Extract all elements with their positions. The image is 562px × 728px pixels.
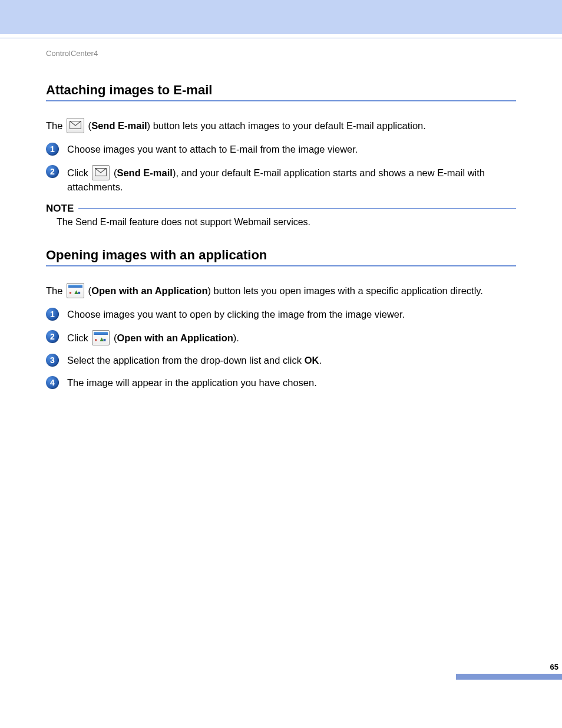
open-with-app-icon: ●▲■ xyxy=(67,283,84,298)
header-bar xyxy=(0,0,562,34)
button-name-send-email: Send E-mail xyxy=(91,120,147,131)
section-title-attach-email: Attaching images to E-mail xyxy=(46,83,516,98)
page-body: ControlCenter4 3 Attaching images to E-m… xyxy=(0,38,562,687)
step-text: Choose images you want to open by clicki… xyxy=(67,309,405,319)
intro-post: ) button lets you attach images to your … xyxy=(147,120,426,131)
step-2: 2 Click ●▲■ (Open with an Application). xyxy=(46,330,516,345)
step-number-badge: 2 xyxy=(46,165,59,178)
step-pre: Click xyxy=(67,167,91,178)
step-1: 1 Choose images you want to open by clic… xyxy=(46,308,516,322)
step-4: 4 The image will appear in the applicati… xyxy=(46,376,516,390)
intro-pre: The xyxy=(46,285,65,296)
step-number-badge: 4 xyxy=(46,376,59,389)
section-rule xyxy=(46,265,516,266)
intro-paragraph-open-app: The ●▲■ (Open with an Application) butto… xyxy=(46,283,516,298)
envelope-icon xyxy=(92,165,110,180)
step-3: 3 Select the application from the drop-d… xyxy=(46,354,516,368)
button-name-open-app: Open with an Application xyxy=(117,332,233,343)
button-name-send-email: Send E-mail xyxy=(117,167,172,178)
note-label: NOTE xyxy=(46,203,74,215)
ok-label: OK xyxy=(305,355,319,365)
step-number-badge: 1 xyxy=(46,308,59,321)
intro-pre: The xyxy=(46,120,65,131)
step-2: 2 Click (Send E-mail), and your default … xyxy=(46,165,516,195)
steps-open-app: 1 Choose images you want to open by clic… xyxy=(46,308,516,390)
note-rule xyxy=(78,208,516,209)
intro-post: ) button lets you open images with a spe… xyxy=(208,285,483,296)
envelope-icon xyxy=(67,118,84,133)
page-number: 65 xyxy=(0,663,562,671)
steps-attach-email: 1 Choose images you want to attach to E-… xyxy=(46,143,516,195)
step-number-badge: 3 xyxy=(46,354,59,367)
page-footer: 65 xyxy=(0,663,562,680)
step-post: ). xyxy=(233,332,239,343)
step-post: . xyxy=(319,355,322,365)
note-block: NOTE The Send E-mail feature does not su… xyxy=(46,203,516,228)
section-title-open-app: Opening images with an application xyxy=(46,248,516,263)
note-head-row: NOTE xyxy=(46,203,516,215)
step-number-badge: 1 xyxy=(46,143,59,156)
intro-paragraph-attach-email: The (Send E-mail) button lets you attach… xyxy=(46,118,516,133)
open-with-app-icon: ●▲■ xyxy=(92,330,110,345)
note-body: The Send E-mail feature does not support… xyxy=(57,217,516,228)
step-1: 1 Choose images you want to attach to E-… xyxy=(46,143,516,157)
footer-bar xyxy=(456,674,562,680)
step-text: The image will appear in the application… xyxy=(67,377,317,388)
step-pre: Select the application from the drop-dow… xyxy=(67,355,305,365)
step-pre: Click xyxy=(67,332,91,343)
step-number-badge: 2 xyxy=(46,330,59,343)
section-rule xyxy=(46,100,516,101)
running-header: ControlCenter4 xyxy=(46,49,516,58)
button-name-open-app: Open with an Application xyxy=(91,285,207,296)
step-text: Choose images you want to attach to E-ma… xyxy=(67,144,358,154)
